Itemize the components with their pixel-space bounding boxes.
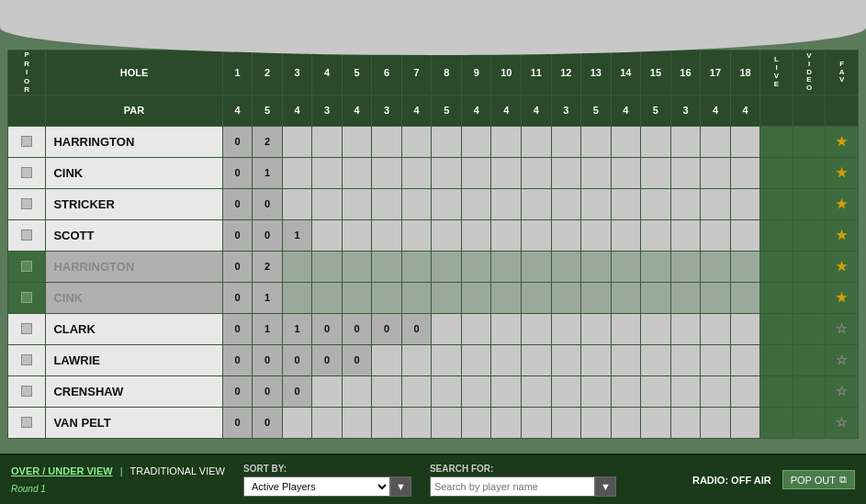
score-cell-h11	[522, 375, 552, 407]
score-cell-h18	[730, 313, 760, 344]
score-cell-h8	[432, 188, 462, 219]
score-cell-h16	[670, 407, 701, 438]
score-cell-h8	[432, 251, 462, 282]
score-cell-h11	[522, 251, 552, 282]
score-cell-h3	[282, 126, 312, 157]
score-cell-h18	[730, 407, 760, 438]
score-cell-h15	[641, 344, 671, 375]
fav-cell[interactable]: ☆	[826, 344, 859, 375]
score-cell-h10	[491, 313, 522, 344]
prior-cell	[8, 251, 46, 282]
score-cell-h1: 0	[222, 188, 253, 219]
score-cell-h2: 0	[253, 188, 283, 219]
score-cell-h2: 2	[253, 126, 283, 157]
fav-cell[interactable]: ★	[826, 126, 859, 157]
score-cell-h13	[581, 375, 612, 407]
live-cell	[760, 157, 793, 188]
score-cell-h10	[491, 375, 522, 407]
search-dropdown-btn[interactable]: ▼	[595, 476, 616, 497]
traditional-view-link[interactable]: TRADITIONAL VIEW	[129, 465, 225, 476]
score-cell-h1: 0	[222, 407, 253, 438]
prior-cell	[8, 188, 46, 219]
fav-cell[interactable]: ★	[826, 188, 859, 219]
score-cell-h16	[670, 313, 701, 344]
par-prior	[8, 95, 46, 126]
fav-cell[interactable]: ☆	[826, 407, 859, 438]
score-cell-h14	[611, 188, 641, 219]
fav-cell[interactable]: ★	[826, 282, 859, 313]
star-icon: ★	[836, 228, 848, 242]
pop-out-button[interactable]: POP OUT ⧉	[782, 470, 855, 489]
score-cell-h13	[581, 188, 612, 219]
live-header: LIVE	[760, 50, 793, 95]
video-cell	[793, 219, 826, 251]
score-cell-h17	[701, 219, 731, 251]
score-cell-h18	[730, 282, 760, 313]
live-cell	[760, 313, 793, 344]
fav-cell[interactable]: ★	[826, 219, 859, 251]
score-cell-h5	[342, 126, 372, 157]
score-cell-h2: 0	[253, 407, 283, 438]
video-header: VIDEO	[793, 50, 826, 95]
player-row: CINK01★	[8, 282, 859, 313]
live-cell	[760, 344, 793, 375]
score-cell-h16	[670, 126, 701, 157]
par-6: 3	[372, 95, 402, 126]
score-cell-h11	[522, 188, 552, 219]
prior-cell	[8, 407, 46, 438]
player-row: CLARK0110000☆	[8, 313, 859, 344]
score-cell-h1: 0	[222, 375, 253, 407]
star-icon: ☆	[836, 321, 848, 336]
score-cell-h7	[401, 375, 432, 407]
score-cell-h17	[701, 407, 731, 438]
score-cell-h8	[432, 407, 462, 438]
par-14: 4	[611, 95, 641, 126]
footer-bar: OVER / UNDER VIEW | TRADITIONAL VIEW Rou…	[0, 454, 866, 504]
fav-cell[interactable]: ☆	[826, 313, 859, 344]
fav-cell[interactable]: ★	[826, 157, 859, 188]
score-cell-h9	[461, 282, 491, 313]
score-cell-h4: 0	[312, 344, 343, 375]
star-icon: ☆	[836, 415, 848, 430]
hole-14-header: 14	[611, 50, 641, 95]
hole-13-header: 13	[581, 50, 612, 95]
score-cell-h16	[670, 375, 701, 407]
star-icon: ★	[836, 196, 848, 211]
score-cell-h8	[432, 313, 462, 344]
score-cell-h8	[432, 344, 462, 375]
search-for-label: SEARCH FOR:	[430, 464, 616, 474]
score-cell-h12	[551, 251, 581, 282]
prior-cell	[8, 282, 46, 313]
score-cell-h13	[581, 282, 612, 313]
fav-cell[interactable]: ☆	[826, 375, 859, 407]
prior-cell	[8, 344, 46, 375]
score-cell-h5: 0	[342, 313, 372, 344]
score-cell-h6	[372, 157, 402, 188]
player-name: STRICKER	[46, 188, 222, 219]
fav-cell[interactable]: ★	[826, 251, 859, 282]
live-cell	[760, 251, 793, 282]
prior-cell	[8, 219, 46, 251]
score-cell-h9	[461, 126, 491, 157]
video-cell	[793, 188, 826, 219]
hole-header-row: PRIOR HOLE 1 2 3 4 5 6 7 8 9 10 11 12 13…	[8, 50, 859, 95]
score-cell-h2: 1	[253, 282, 283, 313]
over-under-view-link[interactable]: OVER / UNDER VIEW	[11, 465, 113, 476]
video-cell	[793, 157, 826, 188]
score-cell-h4	[312, 375, 343, 407]
score-cell-h13	[581, 251, 612, 282]
score-cell-h15	[641, 313, 671, 344]
score-cell-h10	[491, 157, 522, 188]
star-icon: ☆	[836, 353, 848, 367]
score-cell-h15	[641, 188, 671, 219]
search-input[interactable]	[430, 476, 595, 497]
score-cell-h2: 0	[253, 375, 283, 407]
sort-select[interactable]: Active Players	[243, 476, 390, 497]
score-cell-h15	[641, 407, 671, 438]
score-cell-h5	[342, 188, 372, 219]
score-cell-h7	[401, 188, 432, 219]
score-cell-h11	[522, 407, 552, 438]
score-cell-h7	[401, 407, 432, 438]
score-cell-h12	[551, 282, 581, 313]
sort-dropdown-btn[interactable]: ▼	[390, 476, 411, 497]
